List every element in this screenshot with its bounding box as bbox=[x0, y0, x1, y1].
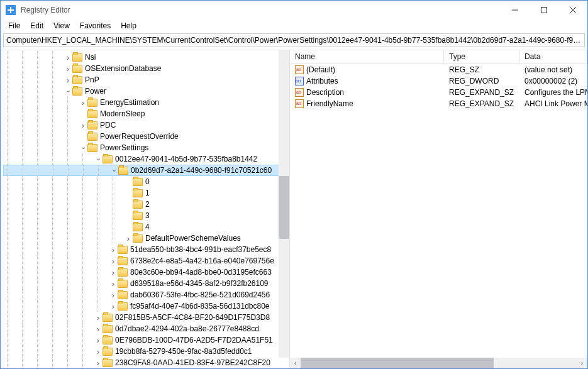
tree-item[interactable]: OSExtensionDatabase bbox=[3, 63, 289, 74]
folder-icon bbox=[133, 189, 143, 197]
tree-item[interactable]: 02F815B5-A5CF-4C84-BF20-649D1F75D3D8 bbox=[3, 312, 289, 323]
tree-item[interactable]: Nsi bbox=[3, 52, 289, 63]
chevron-right-icon[interactable] bbox=[79, 119, 87, 131]
tree-item[interactable]: 0d7dbae2-4294-402a-ba8e-26777e8488cd bbox=[3, 323, 289, 334]
chevron-down-icon[interactable] bbox=[109, 165, 118, 176]
close-button[interactable] bbox=[558, 1, 587, 19]
maximize-button[interactable] bbox=[530, 1, 558, 19]
tree-indent bbox=[22, 210, 33, 221]
tree-indent bbox=[37, 289, 48, 300]
tree-item[interactable]: 2 bbox=[3, 199, 289, 210]
chevron-right-icon[interactable] bbox=[109, 278, 118, 289]
folder-icon bbox=[72, 53, 82, 62]
tree-item-label: 238C9FA8-0AAD-41ED-83F4-97BE242C8F20 bbox=[115, 358, 270, 367]
tree-indent bbox=[97, 244, 109, 255]
tree-item-label: ModernSleep bbox=[100, 109, 145, 118]
hscroll-right-icon[interactable]: › bbox=[577, 358, 587, 368]
chevron-right-icon[interactable] bbox=[109, 267, 118, 278]
column-name[interactable]: Name bbox=[290, 50, 444, 63]
tree-item[interactable]: 19cbb8fa-5279-450e-9fac-8a3d5fedd0c1 bbox=[3, 346, 289, 357]
tree-scroll-thumb[interactable] bbox=[279, 176, 289, 239]
tree-item[interactable]: PnP bbox=[3, 74, 289, 85]
chevron-right-icon[interactable] bbox=[94, 323, 103, 334]
column-type[interactable]: Type bbox=[444, 50, 519, 63]
chevron-right-icon[interactable] bbox=[109, 255, 118, 267]
list-row[interactable]: FriendlyNameREG_EXPAND_SZAHCI Link Power… bbox=[290, 98, 587, 109]
list-row[interactable]: DescriptionREG_EXPAND_SZConfigures the L… bbox=[290, 87, 587, 98]
chevron-right-icon[interactable] bbox=[64, 52, 72, 63]
addressbar-input[interactable] bbox=[4, 36, 584, 45]
tree-scrollbar[interactable] bbox=[279, 50, 289, 358]
tree-indent bbox=[37, 334, 48, 346]
tree-item[interactable]: PowerRequestOverride bbox=[3, 131, 289, 142]
tree-connector bbox=[124, 210, 133, 221]
chevron-down-icon[interactable] bbox=[94, 153, 103, 165]
tree-item[interactable]: 3 bbox=[3, 210, 289, 221]
list-row[interactable]: AttributesREG_DWORD0x00000002 (2) bbox=[290, 75, 587, 87]
tree-indent bbox=[22, 63, 33, 74]
tree-item[interactable]: 4 bbox=[3, 221, 289, 233]
tree-indent bbox=[52, 85, 64, 97]
chevron-right-icon[interactable] bbox=[109, 244, 118, 255]
chevron-right-icon[interactable] bbox=[109, 300, 118, 312]
tree-item[interactable]: 6738e2c4-e8a5-4a42-b16a-e040e769756e bbox=[3, 255, 289, 267]
tree-indent bbox=[37, 153, 48, 165]
tree-item[interactable]: PDC bbox=[3, 119, 289, 131]
tree-item[interactable]: 0 bbox=[3, 176, 289, 187]
list-header: Name Type Data bbox=[290, 50, 587, 64]
tree-indent bbox=[97, 176, 109, 187]
chevron-right-icon[interactable] bbox=[64, 74, 72, 85]
chevron-right-icon[interactable] bbox=[94, 312, 103, 323]
tree-item[interactable]: 238C9FA8-0AAD-41ED-83F4-97BE242C8F20 bbox=[3, 357, 289, 368]
tree-item-label: fc95af4d-40e7-4b6d-835a-56d131dbc80e bbox=[130, 302, 270, 311]
list-body[interactable]: (Default)REG_SZ(value not set)Attributes… bbox=[290, 64, 587, 358]
tree-item[interactable]: d639518a-e56d-4345-8af2-b9f32fb26109 bbox=[3, 278, 289, 289]
tree-indent bbox=[113, 221, 124, 233]
tree-item[interactable]: Power bbox=[3, 85, 289, 97]
chevron-right-icon[interactable] bbox=[109, 289, 118, 300]
tree-item[interactable]: DefaultPowerSchemeValues bbox=[3, 233, 289, 244]
tree-indent bbox=[7, 346, 18, 357]
tree-indent bbox=[7, 187, 18, 199]
menu-help[interactable]: Help bbox=[116, 20, 141, 31]
list-hscroll[interactable]: ‹ › bbox=[290, 358, 587, 368]
minimize-button[interactable] bbox=[501, 1, 530, 19]
tree-item[interactable]: fc95af4d-40e7-4b6d-835a-56d131dbc80e bbox=[3, 300, 289, 312]
tree-item[interactable]: PowerSettings bbox=[3, 142, 289, 153]
chevron-down-icon[interactable] bbox=[64, 85, 72, 97]
chevron-right-icon[interactable] bbox=[64, 63, 72, 74]
chevron-right-icon[interactable] bbox=[79, 97, 87, 108]
tree-item[interactable]: 80e3c60e-bb94-4ad8-bbe0-0d3195efc663 bbox=[3, 267, 289, 278]
menu-view[interactable]: View bbox=[48, 20, 75, 31]
menu-favorites[interactable]: Favorites bbox=[75, 20, 116, 31]
tree-item[interactable]: 0b2d69d7-a2a1-449c-9680-f91c70521c60 bbox=[3, 165, 289, 176]
tree-item[interactable]: EnergyEstimation bbox=[3, 97, 289, 108]
chevron-down-icon[interactable] bbox=[79, 142, 87, 153]
hscroll-thumb[interactable] bbox=[301, 358, 494, 368]
chevron-right-icon[interactable] bbox=[94, 334, 103, 346]
tree-item[interactable]: dab60367-53fe-4fbc-825e-521d069d2456 bbox=[3, 289, 289, 300]
tree-indent bbox=[52, 278, 64, 289]
tree-item[interactable]: ModernSleep bbox=[3, 108, 289, 119]
tree-indent bbox=[37, 131, 48, 142]
tree-item[interactable]: 0012ee47-9041-4b5d-9b77-535fba8b1442 bbox=[3, 153, 289, 165]
list-row[interactable]: (Default)REG_SZ(value not set) bbox=[290, 64, 587, 75]
column-data[interactable]: Data bbox=[519, 50, 587, 63]
tree-indent bbox=[67, 210, 79, 221]
tree-indent bbox=[82, 357, 94, 368]
chevron-right-icon[interactable] bbox=[94, 346, 103, 357]
tree-item[interactable]: 1 bbox=[3, 187, 289, 199]
tree-indent bbox=[22, 108, 33, 119]
tree-indent bbox=[37, 210, 48, 221]
chevron-right-icon[interactable] bbox=[124, 233, 133, 244]
tree-item[interactable]: 0E796BDB-100D-47D6-A2D5-F7D2DAA51F51 bbox=[3, 334, 289, 346]
tree-item-label: 02F815B5-A5CF-4C84-BF20-649D1F75D3D8 bbox=[115, 313, 270, 322]
tree-item[interactable]: 51dea550-bb38-4bc4-991b-eacf37be5ec8 bbox=[3, 244, 289, 255]
hscroll-left-icon[interactable]: ‹ bbox=[290, 358, 301, 368]
tree-indent bbox=[22, 97, 33, 108]
menu-file[interactable]: File bbox=[3, 20, 25, 31]
chevron-right-icon[interactable] bbox=[94, 357, 103, 368]
menu-edit[interactable]: Edit bbox=[25, 20, 48, 31]
tree-indent bbox=[22, 119, 33, 131]
tree-panel[interactable]: NsiOSExtensionDatabasePnPPowerEnergyEsti… bbox=[1, 50, 290, 368]
